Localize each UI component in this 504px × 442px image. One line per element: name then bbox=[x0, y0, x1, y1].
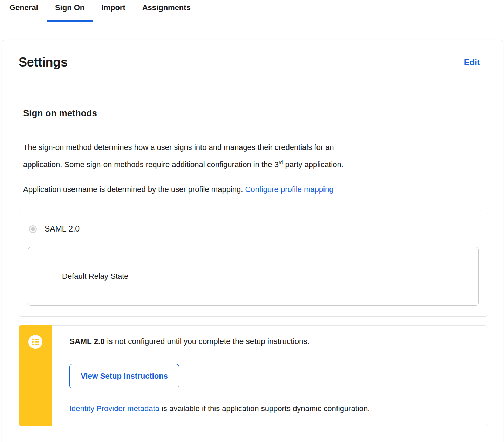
description-text-tail: party application. bbox=[283, 160, 343, 169]
app-tab-bar: General Sign On Import Assignments bbox=[0, 0, 504, 22]
tab-general[interactable]: General bbox=[1, 0, 47, 22]
idp-metadata-text: is available if this application support… bbox=[159, 404, 370, 413]
saml-radio-label: SAML 2.0 bbox=[45, 224, 80, 234]
tab-sign-on[interactable]: Sign On bbox=[47, 0, 93, 22]
settings-title: Settings bbox=[19, 55, 68, 70]
list-icon bbox=[28, 335, 42, 349]
tab-import[interactable]: Import bbox=[93, 0, 134, 22]
idp-metadata-line: Identity Provider metadata is available … bbox=[69, 403, 488, 414]
saml-method-box: SAML 2.0 Default Relay State bbox=[19, 213, 488, 317]
settings-card-header: Settings Edit bbox=[19, 55, 503, 70]
view-setup-instructions-button[interactable]: View Setup Instructions bbox=[69, 364, 179, 388]
edit-link[interactable]: Edit bbox=[464, 57, 480, 67]
sign-on-method-description: The sign-on method determines how a user… bbox=[23, 139, 360, 173]
sign-on-methods-heading: Sign on methods bbox=[23, 107, 503, 119]
callout-accent-bar bbox=[19, 325, 52, 426]
username-mapping-line: Application username is determined by th… bbox=[23, 181, 360, 198]
tab-assignments[interactable]: Assignments bbox=[134, 0, 199, 22]
configure-profile-mapping-link[interactable]: Configure profile mapping bbox=[245, 185, 333, 194]
username-mapping-text: Application username is determined by th… bbox=[23, 185, 245, 194]
callout-message: SAML 2.0 is not configured until you com… bbox=[69, 336, 488, 347]
callout-message-rest: is not configured until you complete the… bbox=[105, 337, 309, 346]
callout-message-bold: SAML 2.0 bbox=[69, 337, 105, 346]
settings-card: Settings Edit Sign on methods The sign-o… bbox=[2, 40, 503, 442]
setup-callout: SAML 2.0 is not configured until you com… bbox=[19, 325, 488, 426]
saml-radio-button[interactable] bbox=[29, 225, 37, 233]
default-relay-state-label: Default Relay State bbox=[62, 272, 129, 281]
idp-metadata-link[interactable]: Identity Provider metadata bbox=[69, 404, 159, 413]
saml-radio-row: SAML 2.0 bbox=[28, 224, 479, 234]
ordinal-superscript: rd bbox=[279, 160, 283, 165]
default-relay-state-panel: Default Relay State bbox=[28, 247, 479, 306]
